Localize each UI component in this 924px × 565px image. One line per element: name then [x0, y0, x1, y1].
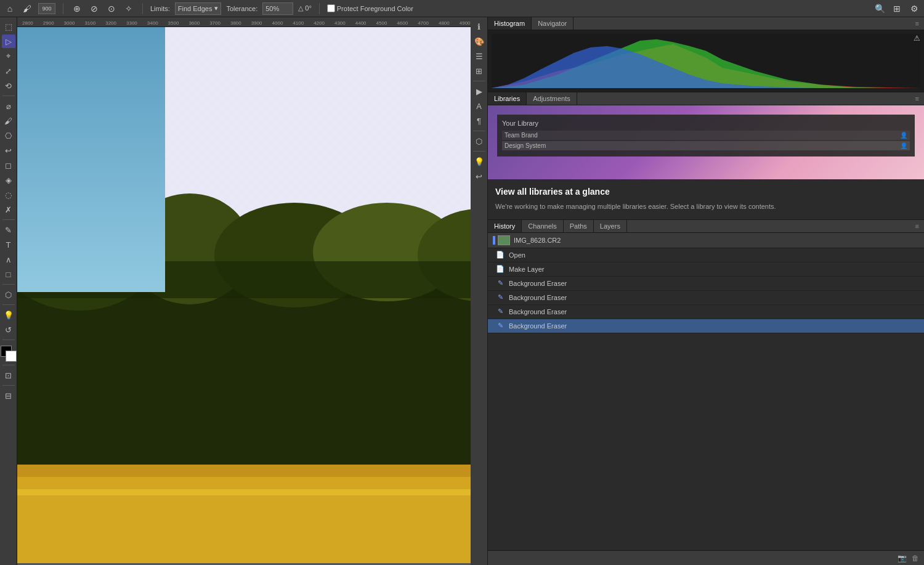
search-icon[interactable]: 🔍: [873, 2, 886, 15]
crop-tool[interactable]: ⤢: [2, 64, 15, 78]
info-icon[interactable]: ℹ: [472, 20, 486, 33]
move-tool[interactable]: ⬚: [2, 20, 15, 33]
tab-adjustments[interactable]: Adjustments: [527, 92, 577, 105]
brush-tool[interactable]: 🖌: [2, 114, 15, 128]
library-item-team-brand[interactable]: Team Brand 👤: [502, 131, 910, 140]
eraser-tool[interactable]: ◻: [2, 158, 15, 172]
history-file-thumbnail: [498, 235, 510, 245]
protect-foreground-checkbox[interactable]: [327, 4, 335, 12]
history-item-bg-eraser-1[interactable]: ✎ Background Eraser: [488, 277, 924, 291]
paragraph-icon[interactable]: ¶: [472, 114, 486, 128]
history-panel-icon[interactable]: ↩: [472, 169, 486, 183]
layers-grid-icon[interactable]: ⊞: [472, 64, 486, 78]
history-options-icon[interactable]: ≡: [910, 220, 924, 232]
hand-tool[interactable]: ↺: [2, 323, 15, 336]
tab-histogram[interactable]: Histogram: [488, 17, 532, 30]
history-open-label: Open: [509, 251, 525, 259]
quick-mask-tool[interactable]: ⊡: [2, 368, 15, 382]
canvas-area: 2800 2900 3000 3100 3200 3300 3400 3500 …: [17, 17, 471, 565]
ruler-mark: 2800: [17, 20, 38, 26]
light-icon[interactable]: 💡: [472, 155, 486, 168]
background-color[interactable]: [6, 351, 17, 362]
right-icon-strip: ℹ 🎨 ☰ ⊞ ▶ A ¶ ⬡ 💡 ↩: [471, 17, 488, 565]
history-bg-eraser-2-label: Background Eraser: [509, 294, 567, 301]
play-icon[interactable]: ▶: [472, 84, 486, 98]
right-bottom-icons: 📷 🗑: [488, 550, 924, 565]
tab-paths[interactable]: Paths: [564, 220, 594, 232]
snapshot-icon[interactable]: 📷: [898, 554, 907, 563]
histogram-navigator-tabs: Histogram Navigator ≡: [488, 17, 924, 30]
sample4-icon[interactable]: ✧: [123, 2, 135, 15]
history-item-bg-eraser-3[interactable]: ✎ Background Eraser: [488, 305, 924, 319]
3d-tool[interactable]: ⬡: [2, 288, 15, 301]
tab-channels[interactable]: Channels: [522, 220, 563, 232]
ruler-mark: 4800: [434, 20, 455, 26]
tab-navigator[interactable]: Navigator: [532, 17, 573, 30]
screen-mode-tool[interactable]: ⊟: [2, 389, 15, 402]
color-boxes[interactable]: [1, 346, 17, 362]
type-tool[interactable]: T: [2, 238, 15, 251]
ruler-mark: 4700: [413, 20, 434, 26]
sample2-icon[interactable]: ⊘: [88, 2, 100, 15]
character-icon[interactable]: A: [472, 99, 486, 113]
history-item-make-layer[interactable]: 📄 Make Layer: [488, 262, 924, 277]
canvas-image: [17, 27, 471, 563]
ruler-mark: 3900: [246, 20, 267, 26]
ruler-mark: 4900: [455, 20, 471, 26]
toolbar: ⌂ 🖌 900 ⊕ ⊘ ⊙ ✧ Limits: Find Edges ▾ Tol…: [0, 0, 924, 17]
history-item-bg-eraser-4[interactable]: ✎ Background Eraser: [488, 319, 924, 333]
shape-tool[interactable]: □: [2, 267, 15, 281]
history-make-layer-label: Make Layer: [509, 266, 544, 273]
ruler-mark: 3200: [100, 20, 121, 26]
blur-tool[interactable]: ◌: [2, 188, 15, 201]
ruler-mark: 4500: [371, 20, 392, 26]
tab-libraries[interactable]: Libraries: [488, 92, 527, 105]
history-file-item[interactable]: IMG_8628.CR2: [488, 233, 924, 248]
tolerance-label: Tolerance:: [226, 5, 257, 12]
ruler-mark: 3600: [184, 20, 205, 26]
ruler-mark: 3500: [163, 20, 184, 26]
pen-tool[interactable]: ✎: [2, 223, 15, 237]
libraries-heading: View all libraries at a glance: [495, 187, 917, 197]
tool-sep5: [2, 339, 15, 340]
path-tool[interactable]: ∧: [2, 253, 15, 266]
ruler-mark: 4100: [288, 20, 309, 26]
lasso-tool[interactable]: ⌖: [2, 49, 15, 63]
history-brush-tool[interactable]: ↩: [2, 144, 15, 157]
ruler-mark: 4300: [330, 20, 351, 26]
camera-icon[interactable]: 🗑: [912, 554, 919, 563]
libraries-options-icon[interactable]: ≡: [910, 92, 924, 105]
heal-tool[interactable]: ⌀: [2, 99, 15, 113]
ruler-mark: 3300: [121, 20, 142, 26]
dodge-tool[interactable]: ✗: [2, 203, 15, 216]
select-tool[interactable]: ▷: [2, 35, 15, 48]
tab-layers[interactable]: Layers: [594, 220, 627, 232]
library-item-design-system[interactable]: Design System 👤: [502, 141, 910, 150]
color-panel-icon[interactable]: 🎨: [472, 35, 486, 48]
histogram-warning-icon[interactable]: ⚠: [914, 34, 920, 43]
home-icon[interactable]: ⌂: [4, 2, 16, 15]
brush-tool-icon[interactable]: 🖌: [21, 2, 33, 15]
adjustments-icon[interactable]: ☰: [472, 49, 486, 63]
tolerance-input[interactable]: [262, 2, 293, 15]
tool-sep6: [2, 365, 15, 365]
eyedropper-tool[interactable]: ⟲: [2, 79, 15, 92]
library-overlay: Your Library Team Brand 👤 Design System …: [497, 115, 915, 156]
3d-panel-icon[interactable]: ⬡: [472, 134, 486, 148]
arrange-icon[interactable]: ⊞: [891, 2, 903, 15]
stamp-tool[interactable]: ⎔: [2, 129, 15, 142]
notes-tool[interactable]: 💡: [2, 308, 15, 322]
history-bg-eraser-2-icon: ✎: [495, 293, 505, 303]
sample3-icon[interactable]: ⊙: [105, 2, 118, 15]
history-item-bg-eraser-2[interactable]: ✎ Background Eraser: [488, 291, 924, 305]
history-bg-eraser-3-icon: ✎: [495, 307, 505, 317]
tab-history[interactable]: History: [488, 220, 522, 232]
history-item-open[interactable]: 📄 Open: [488, 248, 924, 262]
tool-sep4: [2, 304, 15, 305]
history-indicator: [493, 236, 495, 245]
panel-options-icon[interactable]: ≡: [910, 17, 924, 30]
paint-bucket-tool[interactable]: ◈: [2, 173, 15, 187]
sample-icon[interactable]: ⊕: [71, 2, 83, 15]
settings-icon[interactable]: ⚙: [908, 2, 920, 15]
limits-dropdown[interactable]: Find Edges ▾: [175, 2, 222, 15]
